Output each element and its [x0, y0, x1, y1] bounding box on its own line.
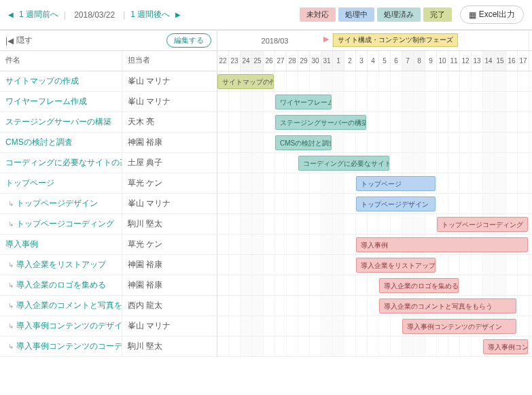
current-date: 2018/03/22 [74, 10, 115, 20]
day-header-cell: 16 [506, 51, 518, 71]
column-header-assignee: 担当者 [122, 51, 217, 71]
day-header-cell: 25 [252, 51, 264, 71]
timeline-row: コーディングに必要なサイトの基本情報 [217, 153, 532, 173]
task-assignee: 神園 裕康 [122, 133, 217, 152]
subtask-arrow-icon: ↳ [8, 261, 14, 269]
task-assignee: 草光 ケン [122, 235, 217, 254]
task-assignee: 天木 亮 [122, 112, 217, 132]
column-header-name: 件名 [0, 51, 122, 71]
collapse-icon: |◀ [5, 36, 14, 46]
day-header-cell: 24 [241, 51, 252, 71]
timeline-row: 導入企業をリストアップ [217, 255, 532, 275]
task-assignee: 峯山 マリナ [122, 71, 217, 91]
day-header-cell: 4 [368, 51, 379, 71]
timeline-row: ステージングサーバーの構築 [217, 112, 532, 133]
gantt-bar[interactable]: 導入企業をリストアップ [356, 258, 436, 273]
task-assignee: 峯山 マリナ [122, 316, 217, 336]
excel-icon: ▦ [469, 10, 476, 20]
task-name-link[interactable]: トップページ [0, 173, 122, 193]
task-name-link[interactable]: ↳トップページデザイン [0, 194, 122, 213]
hide-panel-button[interactable]: |◀ 隠す [5, 35, 33, 46]
day-header-cell: 14 [483, 51, 495, 71]
day-header-cell: 23 [229, 51, 241, 71]
task-name-link[interactable]: ↳導入企業をリストアップ [0, 255, 122, 275]
task-assignee: 駒川 堅太 [122, 214, 217, 234]
next-week-arrow[interactable]: ▶ [175, 11, 181, 18]
excel-export-button[interactable]: ▦ Excel出力 [460, 5, 524, 24]
task-name-link[interactable]: ステージングサーバーの構築 [0, 112, 122, 132]
subtask-arrow-icon: ↳ [8, 322, 14, 330]
task-assignee: 峯山 マリナ [122, 92, 217, 111]
gantt-bar[interactable]: 導入企業のコメントと写真をもらう [379, 298, 516, 313]
next-week-link[interactable]: 1 週間後へ [130, 9, 170, 20]
day-header-cell: 9 [425, 51, 437, 71]
task-name-link[interactable]: サイトマップの作成 [0, 71, 122, 91]
task-assignee: 駒川 堅太 [122, 337, 217, 356]
gantt-bar[interactable]: 導入事例コンテンツ [483, 339, 528, 354]
task-assignee: 西内 龍太 [122, 296, 217, 315]
excel-label: Excel出力 [479, 9, 515, 20]
gantt-bar[interactable]: サイトマップの作成 [217, 74, 274, 89]
day-header-cell: 6 [391, 51, 402, 71]
day-header-cell: 1 [333, 51, 344, 71]
timeline-row: 導入事例コンテンツ [217, 337, 532, 357]
timeline-row: トップページデザイン [217, 194, 532, 214]
gantt-bar[interactable]: トップページ [356, 176, 436, 191]
day-header-cell: 29 [298, 51, 310, 71]
day-header-cell: 30 [310, 51, 321, 71]
phase-label: サイト構成・コンテンツ制作フェーズ [333, 33, 458, 47]
gantt-bar[interactable]: ステージングサーバーの構築 [275, 115, 366, 130]
subtask-arrow-icon: ↳ [8, 200, 14, 207]
day-header-cell: 5 [379, 51, 391, 71]
day-header-cell: 27 [275, 51, 287, 71]
day-header-cell: 7 [402, 51, 414, 71]
task-name-link[interactable]: コーディングに必要なサイトの基本... [0, 153, 122, 173]
legend-処理中: 処理中 [338, 7, 374, 22]
day-header-cell: 8 [414, 51, 425, 71]
gantt-bar[interactable]: トップページコーディング [437, 217, 528, 232]
task-name-link[interactable]: ↳導入企業のロゴを集める [0, 275, 122, 295]
phase-flag-icon: ▶ [323, 35, 329, 44]
task-name-link[interactable]: 導入事例 [0, 235, 122, 254]
gantt-bar[interactable]: ワイヤーフレーム作成 [275, 95, 332, 109]
subtask-arrow-icon: ↳ [8, 281, 14, 289]
task-name-link[interactable]: ↳導入事例コンテンツのデザイン [0, 316, 122, 336]
task-name-link[interactable]: ワイヤーフレーム作成 [0, 92, 122, 111]
edit-button[interactable]: 編集する [166, 33, 211, 48]
prev-week-arrow[interactable]: ◀ [8, 11, 14, 18]
day-header-cell: 12 [460, 51, 472, 71]
legend-完了: 完了 [423, 7, 452, 22]
day-header-cell: 11 [448, 51, 460, 71]
day-header-cell: 28 [287, 51, 298, 71]
gantt-bar[interactable]: 導入企業のロゴを集める [379, 278, 459, 293]
gantt-bar[interactable]: トップページデザイン [356, 196, 436, 211]
timeline-row: トップページコーディング [217, 214, 532, 235]
timeline-row: CMSの検討と調査 [217, 133, 532, 153]
legend-処理済み: 処理済み [377, 7, 421, 22]
subtask-arrow-icon: ↳ [8, 343, 14, 350]
task-assignee: 神園 裕康 [122, 275, 217, 295]
task-name-link[interactable]: ↳トップページコーディング [0, 214, 122, 234]
timeline-row: 導入事例 [217, 235, 532, 255]
task-assignee: 峯山 マリナ [122, 194, 217, 213]
task-assignee: 土屋 典子 [122, 153, 217, 173]
day-header-cell: 15 [495, 51, 506, 71]
prev-week-link[interactable]: 1 週間前へ [19, 9, 58, 20]
hide-label: 隠す [16, 35, 33, 46]
task-name-link[interactable]: CMSの検討と調査 [0, 133, 122, 152]
gantt-bar[interactable]: 導入事例コンテンツのデザイン [402, 319, 516, 334]
gantt-bar[interactable]: コーディングに必要なサイトの基本情報 [298, 156, 389, 171]
day-header-cell: 3 [356, 51, 368, 71]
day-header-cell: 22 [217, 51, 229, 71]
timeline-row: ワイヤーフレーム作成 [217, 92, 532, 112]
separator: | [123, 10, 125, 20]
task-name-link[interactable]: ↳導入企業のコメントと写真をもらう [0, 296, 122, 315]
task-name-link[interactable]: ↳導入事例コンテンツのコーディング [0, 337, 122, 356]
day-header-cell: 10 [437, 51, 448, 71]
day-header-cell: 31 [321, 51, 333, 71]
gantt-bar[interactable]: CMSの検討と調査 [275, 135, 332, 150]
timeline-row: 導入企業のロゴを集める [217, 275, 532, 296]
subtask-arrow-icon: ↳ [8, 220, 14, 228]
subtask-arrow-icon: ↳ [8, 302, 14, 309]
gantt-bar[interactable]: 導入事例 [356, 237, 528, 252]
